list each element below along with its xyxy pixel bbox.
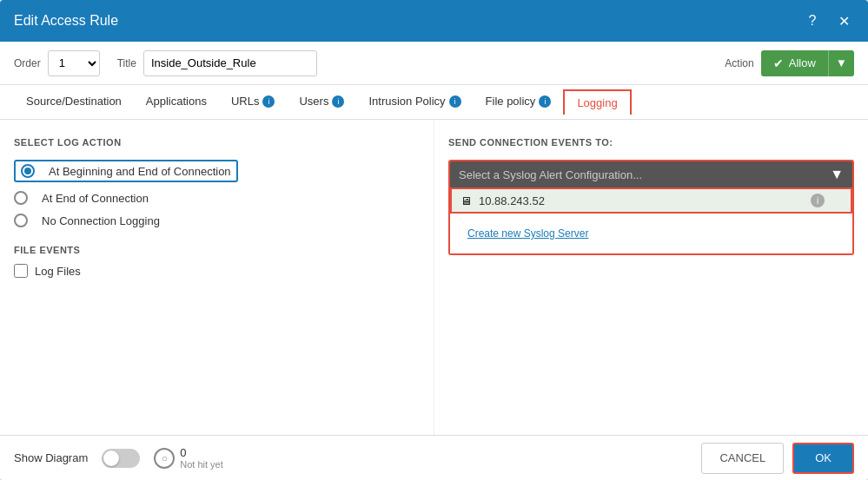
syslog-ip-text: 10.88.243.52 — [479, 194, 545, 207]
left-panel: SELECT LOG ACTION At Beginning and End o… — [0, 120, 434, 435]
hit-count-text: 0 Not hit yet — [180, 446, 223, 470]
content-area: SELECT LOG ACTION At Beginning and End o… — [0, 120, 868, 435]
log-files-checkbox[interactable] — [14, 264, 28, 278]
title-input[interactable] — [143, 50, 317, 76]
syslog-item-ip[interactable]: 🖥 10.88.243.52 i — [450, 187, 852, 214]
create-syslog-link[interactable]: Create new Syslog Server — [459, 220, 844, 247]
syslog-item-info-icon[interactable]: i — [811, 194, 825, 207]
order-select[interactable]: 1 — [48, 50, 100, 76]
users-info-icon[interactable]: i — [332, 95, 344, 108]
footer-right: CANCEL OK — [701, 443, 854, 474]
edit-access-rule-dialog: Edit Access Rule ? ✕ Order 1 Title Actio… — [0, 0, 868, 480]
tab-users[interactable]: Users i — [287, 88, 356, 116]
syslog-outer-container: Select a Syslog Alert Configuration... ▼… — [448, 160, 854, 255]
radio-group: At Beginning and End of Connection At En… — [14, 160, 420, 227]
tab-source-destination[interactable]: Source/Destination — [14, 88, 134, 116]
log-files-checkbox-item[interactable]: Log Files — [14, 264, 420, 278]
tab-logging[interactable]: Logging — [563, 89, 631, 115]
radio-end-only[interactable]: At End of Connection — [14, 191, 420, 205]
intrusion-info-icon[interactable]: i — [449, 95, 461, 108]
tabs-bar: Source/Destination Applications URLs i U… — [0, 85, 868, 120]
dialog-header: Edit Access Rule ? ✕ — [0, 0, 868, 42]
radio-beginning-end-indicator — [21, 164, 35, 178]
title-label: Title — [117, 57, 136, 69]
show-diagram-label: Show Diagram — [14, 451, 88, 464]
hit-count-container: ○ 0 Not hit yet — [154, 446, 223, 470]
toggle-knob — [103, 450, 119, 466]
ok-button[interactable]: OK — [792, 443, 854, 474]
allow-dropdown-button[interactable]: ▼ — [828, 50, 854, 76]
tab-intrusion-policy[interactable]: Intrusion Policy i — [356, 88, 473, 116]
create-syslog-container: Create new Syslog Server — [450, 214, 852, 253]
dialog-title: Edit Access Rule — [14, 13, 118, 29]
syslog-placeholder-text: Select a Syslog Alert Configuration... — [459, 168, 642, 181]
radio-no-logging-indicator — [14, 214, 28, 227]
tab-urls[interactable]: URLs i — [219, 88, 288, 116]
file-events-title: FILE EVENTS — [14, 245, 420, 255]
right-panel: SEND CONNECTION EVENTS TO: Select a Sysl… — [434, 120, 868, 435]
server-icon: 🖥 — [461, 194, 472, 207]
send-connection-events-title: SEND CONNECTION EVENTS TO: — [448, 137, 854, 148]
close-icon[interactable]: ✕ — [833, 10, 854, 31]
syslog-dropdown-header[interactable]: Select a Syslog Alert Configuration... ▼ — [450, 161, 852, 187]
footer-left: Show Diagram ○ 0 Not hit yet — [14, 446, 223, 470]
hit-count-icon: ○ — [154, 448, 175, 469]
action-label: Action — [725, 57, 753, 69]
radio-end-only-indicator — [14, 191, 28, 205]
select-log-action-title: SELECT LOG ACTION — [14, 137, 420, 148]
footer: Show Diagram ○ 0 Not hit yet CANCEL OK — [0, 435, 868, 480]
order-label: Order — [14, 57, 41, 69]
title-group: Title — [117, 50, 317, 76]
top-bar: Order 1 Title Action ✔ Allow ▼ — [0, 42, 868, 85]
cancel-button[interactable]: CANCEL — [701, 443, 784, 474]
syslog-dropdown-arrow-icon: ▼ — [830, 167, 844, 182]
file-policy-info-icon[interactable]: i — [539, 95, 551, 108]
log-files-label: Log Files — [35, 265, 81, 278]
action-group: Action ✔ Allow ▼ — [725, 50, 854, 76]
show-diagram-toggle[interactable] — [102, 449, 140, 468]
allow-button[interactable]: ✔ Allow — [761, 50, 828, 76]
radio-beginning-end[interactable]: At Beginning and End of Connection — [14, 160, 238, 182]
syslog-dropdown-list: 🖥 10.88.243.52 i Create new Syslog Serve… — [450, 187, 852, 253]
tab-file-policy[interactable]: File policy i — [474, 88, 564, 116]
hit-count-number: 0 — [180, 446, 223, 459]
hit-count-subtitle: Not hit yet — [180, 459, 223, 470]
tab-applications[interactable]: Applications — [134, 88, 219, 116]
radio-no-logging[interactable]: No Connection Logging — [14, 214, 420, 227]
header-actions: ? ✕ — [802, 10, 854, 31]
urls-info-icon[interactable]: i — [262, 95, 275, 108]
order-group: Order 1 — [14, 50, 100, 76]
help-icon[interactable]: ? — [802, 10, 823, 31]
